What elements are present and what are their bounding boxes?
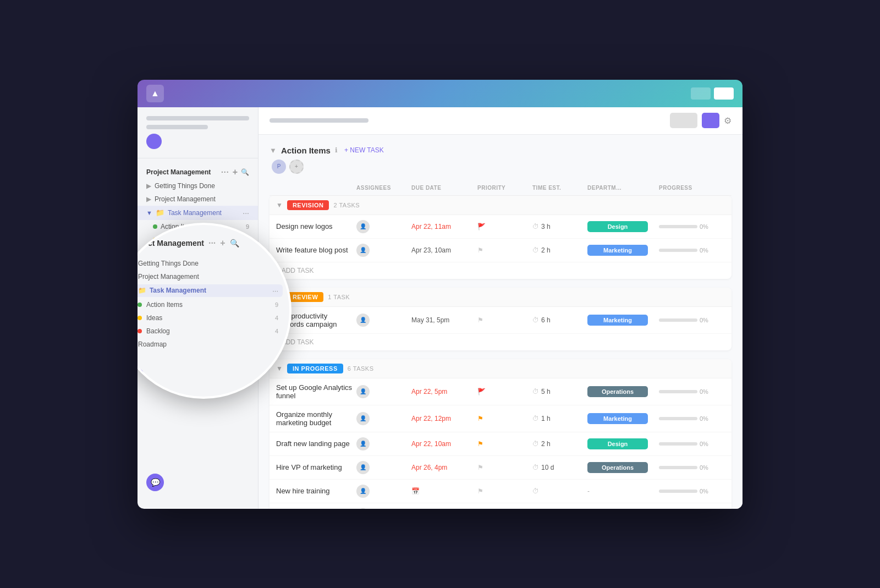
add-task-review[interactable]: + ADD TASK — [270, 334, 732, 350]
table-row[interactable]: Draft new landing page 👤 Apr 22, 10am ⚑ … — [270, 432, 732, 456]
mag-sub-ideas[interactable]: Ideas 4 — [138, 311, 278, 325]
time-icon: ⏱ — [532, 388, 539, 395]
time-est: ⏱1 h — [532, 415, 587, 422]
group-count-revision: 2 TASKS — [333, 202, 360, 208]
task-name: Design new logos — [276, 222, 356, 230]
task-name: New hire training — [276, 487, 356, 495]
due-date: May 31, 5pm — [411, 316, 477, 324]
assignee-cell: 👤 — [356, 485, 411, 498]
main-content: ⚙ ▼ Action Items ℹ + NEW TASK P + — [258, 107, 743, 509]
table-row[interactable]: Set up Google Analytics funnel 👤 Apr 22,… — [270, 378, 732, 405]
mag-dots-icon[interactable]: ··· — [208, 238, 216, 248]
group-chevron-inprogress[interactable]: ▼ — [276, 365, 283, 372]
sidebar-item-project-management[interactable]: ▶ Project Management — [138, 193, 258, 206]
assignee-icon: 👤 — [356, 220, 370, 233]
gear-icon[interactable]: ⚙ — [724, 116, 732, 126]
sidebar-dots-icon[interactable]: ··· — [221, 168, 229, 177]
badge-inprogress: IN PROGRESS — [287, 364, 343, 373]
folder-icon: ▶ — [146, 182, 151, 190]
col-time-est: TIME EST. — [532, 185, 587, 191]
mag-sub-items: Action Items 9 Ideas 4 Backlog 4 — [138, 298, 278, 338]
sidebar-bar-1 — [146, 116, 249, 120]
avatar-add[interactable]: + — [289, 160, 304, 174]
time-icon: ⏱ — [532, 246, 539, 254]
time-icon: ⏱ — [532, 440, 539, 448]
progress-cell: 0% — [659, 388, 725, 395]
sidebar-add-icon[interactable]: + — [233, 167, 238, 177]
time-value: 10 d — [541, 464, 554, 471]
sidebar-search-icon[interactable]: 🔍 — [241, 168, 249, 176]
mag-bottom: 💬 — [138, 361, 278, 383]
sidebar-item-task-management[interactable]: ▼ 📁 Task Management ··· — [138, 206, 258, 220]
task-name: Set up Google Analytics funnel — [276, 383, 356, 400]
dept-badge-design: Design — [587, 221, 648, 232]
dot-red — [138, 329, 142, 333]
col-task — [276, 185, 356, 191]
assignee-icon: 👤 — [356, 508, 370, 509]
priority-flag: ⚑ — [477, 415, 532, 422]
mag-plus-icon[interactable]: + — [220, 238, 225, 248]
assignee-cell: 👤 — [356, 412, 411, 425]
assignee-cell: 👤 — [356, 244, 411, 257]
progress-value: 0% — [700, 247, 708, 254]
time-value: 2 h — [541, 440, 551, 448]
mag-item-label: Action Items — [146, 301, 183, 309]
group-row-inprogress: ▼ IN PROGRESS 6 TASKS — [270, 359, 732, 378]
assignee-cell: 👤 — [356, 437, 411, 450]
mag-item-project-management[interactable]: ▶ Project Management — [138, 270, 278, 283]
table-row[interactable]: Hire VP of marketing 👤 Apr 26, 4pm ⚑ ⏱10… — [270, 456, 732, 480]
mag-sub-action-items[interactable]: Action Items 9 — [138, 298, 278, 311]
priority-flag: ⚑ — [477, 487, 532, 495]
sidebar-search-avatar[interactable] — [146, 134, 162, 149]
table-row[interactable]: Organize monthly marketing budget 👤 Apr … — [270, 405, 732, 432]
mag-item-label: Roadmap — [138, 340, 167, 348]
time-icon: ⏱ — [532, 316, 539, 324]
due-date: Apr 26, 4pm — [411, 464, 477, 471]
table-row[interactable]: Deploy new CRM 👤 📅 ⚑ ⏱ - 0% — [270, 503, 732, 509]
table-row[interactable]: Write feature blog post 👤 Apr 23, 10am ⚑… — [270, 239, 732, 262]
priority-flag: ⚑ — [477, 464, 532, 471]
mag-sub-backlog[interactable]: Backlog 4 — [138, 325, 278, 338]
table-row[interactable]: Run productivity Adwords campaign 👤 May … — [270, 307, 732, 334]
sidebar-top — [138, 116, 258, 158]
mag-parent-row: ▼ 📁 Task Management ··· — [138, 287, 278, 295]
sidebar-item-label: Task Management — [168, 209, 222, 217]
section-collapse-icon[interactable]: ▼ — [270, 146, 277, 155]
time-value: 5 h — [541, 388, 551, 395]
table-row[interactable]: New hire training 👤 📅 ⚑ ⏱ - 0% — [270, 480, 732, 503]
three-dots-icon[interactable]: ··· — [272, 287, 278, 295]
folder-icon-blue: 📁 — [156, 208, 164, 217]
mag-item-getting-things-done[interactable]: ▶ Getting Things Done — [138, 257, 278, 270]
mag-item-label: Ideas — [146, 314, 162, 322]
add-task-revision[interactable]: + ADD TASK — [270, 262, 732, 279]
sidebar-item-getting-things-done[interactable]: ▶ Getting Things Done — [138, 179, 258, 193]
mag-item-roadmap[interactable]: ▶ Roadmap — [138, 338, 278, 351]
priority-flag: ⚑ — [477, 316, 532, 324]
dept-empty: - — [587, 487, 659, 495]
folder-icon-blue: 📁 — [138, 287, 146, 294]
progress-cell: 0% — [659, 464, 725, 471]
dept-badge-marketing: Marketing — [587, 413, 648, 424]
group-chevron-revision[interactable]: ▼ — [276, 201, 283, 209]
progress-value: 0% — [700, 464, 708, 471]
mag-search-icon[interactable]: 🔍 — [230, 239, 239, 248]
titlebar-btn-1[interactable] — [691, 87, 711, 100]
view-list-btn[interactable] — [670, 113, 697, 128]
new-task-button[interactable]: + NEW TASK — [344, 146, 384, 154]
titlebar-btn-2[interactable] — [714, 87, 734, 100]
view-board-btn[interactable] — [702, 113, 719, 128]
chat-bubble[interactable]: 💬 — [146, 474, 164, 491]
mag-item-label: Task Management — [150, 287, 206, 294]
mag-item-task-management-active[interactable]: ▼ 📁 Task Management ··· — [138, 284, 283, 297]
item-count: 4 — [275, 328, 278, 334]
dot-green — [153, 224, 157, 229]
col-assignees: ASSIGNEES — [356, 185, 411, 191]
progress-value: 0% — [700, 441, 708, 447]
due-date: Apr 22, 10am — [411, 440, 477, 448]
assignee-cell: 👤 — [356, 508, 411, 509]
three-dots-icon[interactable]: ··· — [243, 208, 249, 217]
app-window: ▲ Project Management ··· + 🔍 ▶ Getting T… — [138, 80, 743, 509]
main-toolbar: ⚙ — [258, 107, 743, 135]
progress-value: 0% — [700, 388, 708, 395]
table-row[interactable]: Design new logos 👤 Apr 22, 11am 🚩 ⏱3 h D… — [270, 215, 732, 239]
